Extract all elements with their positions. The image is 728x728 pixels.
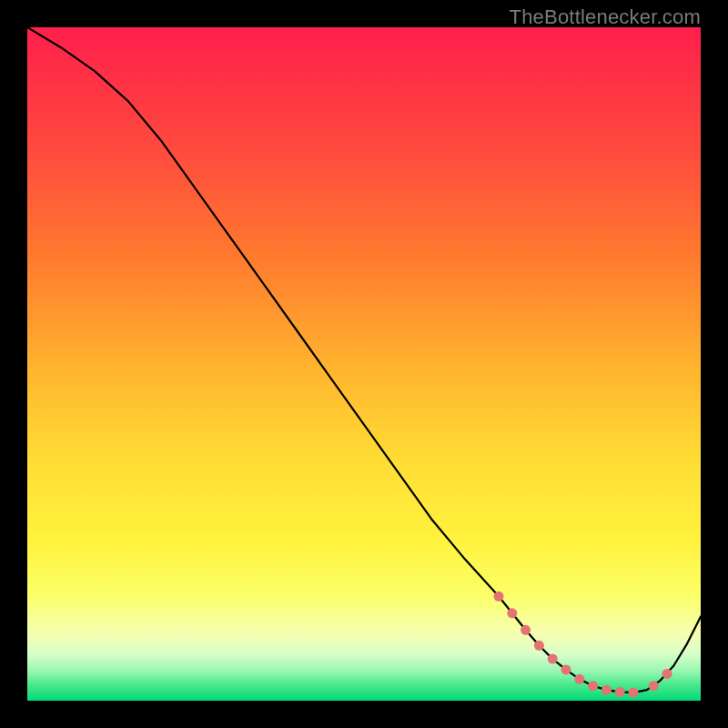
data-point: [548, 654, 558, 664]
data-point: [574, 674, 584, 684]
data-point: [494, 592, 504, 602]
gradient-background: [27, 27, 701, 701]
data-point: [534, 641, 544, 651]
data-point: [602, 685, 612, 695]
chart-frame: TheBottlenecker.com: [0, 0, 728, 728]
data-point: [561, 664, 571, 674]
bottleneck-chart: [27, 27, 701, 701]
watermark-text: TheBottlenecker.com: [510, 5, 701, 29]
data-point: [588, 681, 598, 691]
data-point: [649, 681, 659, 691]
data-point: [507, 608, 517, 618]
data-point: [662, 669, 672, 679]
data-point: [521, 625, 531, 635]
data-point: [615, 687, 625, 697]
data-point: [629, 688, 639, 698]
